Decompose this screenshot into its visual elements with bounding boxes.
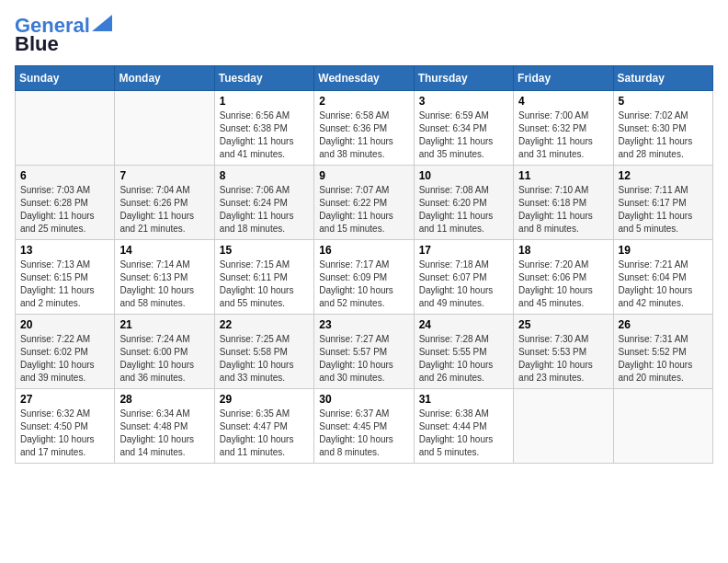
calendar-cell: 20Sunrise: 7:22 AM Sunset: 6:02 PM Dayli… xyxy=(16,315,115,389)
day-number: 15 xyxy=(220,244,309,257)
calendar-cell xyxy=(514,389,613,464)
calendar-week-row: 27Sunrise: 6:32 AM Sunset: 4:50 PM Dayli… xyxy=(16,389,713,464)
day-number: 12 xyxy=(619,169,708,182)
day-number: 25 xyxy=(518,318,608,331)
day-info: Sunrise: 6:32 AM Sunset: 4:50 PM Dayligh… xyxy=(20,408,109,459)
day-info: Sunrise: 6:56 AM Sunset: 6:38 PM Dayligh… xyxy=(220,109,309,161)
day-info: Sunrise: 7:02 AM Sunset: 6:30 PM Dayligh… xyxy=(619,109,708,161)
calendar-cell xyxy=(115,91,214,166)
day-info: Sunrise: 7:22 AM Sunset: 6:02 PM Dayligh… xyxy=(20,333,109,385)
calendar-cell xyxy=(613,389,712,464)
day-info: Sunrise: 7:10 AM Sunset: 6:18 PM Dayligh… xyxy=(518,184,608,236)
day-info: Sunrise: 7:15 AM Sunset: 6:11 PM Dayligh… xyxy=(220,259,309,310)
day-number: 13 xyxy=(20,244,109,257)
day-number: 20 xyxy=(20,318,109,331)
calendar-cell: 5Sunrise: 7:02 AM Sunset: 6:30 PM Daylig… xyxy=(613,91,712,166)
day-info: Sunrise: 7:07 AM Sunset: 6:22 PM Dayligh… xyxy=(319,184,408,236)
day-info: Sunrise: 7:18 AM Sunset: 6:07 PM Dayligh… xyxy=(419,259,508,310)
calendar-header-row: SundayMondayTuesdayWednesdayThursdayFrid… xyxy=(16,66,713,91)
calendar-cell: 9Sunrise: 7:07 AM Sunset: 6:22 PM Daylig… xyxy=(314,166,414,240)
day-info: Sunrise: 6:34 AM Sunset: 4:48 PM Dayligh… xyxy=(119,408,209,459)
calendar-week-row: 1Sunrise: 6:56 AM Sunset: 6:38 PM Daylig… xyxy=(16,91,713,166)
day-info: Sunrise: 7:04 AM Sunset: 6:26 PM Dayligh… xyxy=(119,184,209,236)
calendar-cell: 31Sunrise: 6:38 AM Sunset: 4:44 PM Dayli… xyxy=(414,389,513,464)
calendar-cell: 15Sunrise: 7:15 AM Sunset: 6:11 PM Dayli… xyxy=(214,240,313,315)
day-number: 27 xyxy=(20,393,109,406)
calendar-cell: 25Sunrise: 7:30 AM Sunset: 5:53 PM Dayli… xyxy=(514,315,613,389)
calendar-cell: 27Sunrise: 6:32 AM Sunset: 4:50 PM Dayli… xyxy=(16,389,115,464)
day-info: Sunrise: 7:27 AM Sunset: 5:57 PM Dayligh… xyxy=(319,333,408,385)
day-number: 6 xyxy=(20,169,109,182)
calendar-cell: 3Sunrise: 6:59 AM Sunset: 6:34 PM Daylig… xyxy=(414,91,513,166)
calendar-table: SundayMondayTuesdayWednesdayThursdayFrid… xyxy=(15,65,713,464)
calendar-cell: 11Sunrise: 7:10 AM Sunset: 6:18 PM Dayli… xyxy=(514,166,613,240)
weekday-header: Monday xyxy=(115,66,214,91)
day-number: 21 xyxy=(119,318,209,331)
day-info: Sunrise: 6:59 AM Sunset: 6:34 PM Dayligh… xyxy=(419,109,508,161)
day-info: Sunrise: 6:58 AM Sunset: 6:36 PM Dayligh… xyxy=(319,109,408,161)
calendar-cell: 7Sunrise: 7:04 AM Sunset: 6:26 PM Daylig… xyxy=(115,166,214,240)
day-info: Sunrise: 6:35 AM Sunset: 4:47 PM Dayligh… xyxy=(220,408,309,459)
day-number: 24 xyxy=(419,318,508,331)
day-number: 22 xyxy=(220,318,309,331)
calendar-cell: 23Sunrise: 7:27 AM Sunset: 5:57 PM Dayli… xyxy=(314,315,414,389)
calendar-cell: 18Sunrise: 7:20 AM Sunset: 6:06 PM Dayli… xyxy=(514,240,613,315)
day-number: 2 xyxy=(319,95,408,108)
calendar-week-row: 20Sunrise: 7:22 AM Sunset: 6:02 PM Dayli… xyxy=(16,315,713,389)
page-header: General Blue xyxy=(15,15,713,54)
day-info: Sunrise: 7:13 AM Sunset: 6:15 PM Dayligh… xyxy=(20,259,109,310)
day-number: 31 xyxy=(419,393,508,406)
calendar-cell: 26Sunrise: 7:31 AM Sunset: 5:52 PM Dayli… xyxy=(613,315,712,389)
calendar-cell: 17Sunrise: 7:18 AM Sunset: 6:07 PM Dayli… xyxy=(414,240,513,315)
day-number: 3 xyxy=(419,95,508,108)
calendar-cell: 13Sunrise: 7:13 AM Sunset: 6:15 PM Dayli… xyxy=(16,240,115,315)
calendar-cell: 22Sunrise: 7:25 AM Sunset: 5:58 PM Dayli… xyxy=(214,315,313,389)
day-info: Sunrise: 7:31 AM Sunset: 5:52 PM Dayligh… xyxy=(619,333,708,385)
day-number: 8 xyxy=(220,169,309,182)
calendar-cell: 24Sunrise: 7:28 AM Sunset: 5:55 PM Dayli… xyxy=(414,315,513,389)
weekday-header: Sunday xyxy=(16,66,115,91)
day-info: Sunrise: 7:24 AM Sunset: 6:00 PM Dayligh… xyxy=(119,333,209,385)
day-info: Sunrise: 6:37 AM Sunset: 4:45 PM Dayligh… xyxy=(319,408,408,459)
calendar-cell: 21Sunrise: 7:24 AM Sunset: 6:00 PM Dayli… xyxy=(115,315,214,389)
day-info: Sunrise: 7:25 AM Sunset: 5:58 PM Dayligh… xyxy=(220,333,309,385)
day-number: 11 xyxy=(518,169,608,182)
weekday-header: Saturday xyxy=(613,66,712,91)
day-info: Sunrise: 7:03 AM Sunset: 6:28 PM Dayligh… xyxy=(20,184,109,236)
day-number: 18 xyxy=(518,244,608,257)
day-info: Sunrise: 7:30 AM Sunset: 5:53 PM Dayligh… xyxy=(518,333,608,385)
logo-arrow-icon xyxy=(92,15,112,31)
weekday-header: Wednesday xyxy=(314,66,414,91)
calendar-cell: 6Sunrise: 7:03 AM Sunset: 6:28 PM Daylig… xyxy=(16,166,115,240)
day-info: Sunrise: 7:21 AM Sunset: 6:04 PM Dayligh… xyxy=(619,259,708,310)
calendar-cell: 28Sunrise: 6:34 AM Sunset: 4:48 PM Dayli… xyxy=(115,389,214,464)
calendar-cell: 30Sunrise: 6:37 AM Sunset: 4:45 PM Dayli… xyxy=(314,389,414,464)
day-number: 4 xyxy=(518,95,608,108)
day-number: 26 xyxy=(619,318,708,331)
calendar-cell: 16Sunrise: 7:17 AM Sunset: 6:09 PM Dayli… xyxy=(314,240,414,315)
logo-blue: Blue xyxy=(15,34,59,54)
svg-marker-0 xyxy=(92,15,112,31)
calendar-cell: 14Sunrise: 7:14 AM Sunset: 6:13 PM Dayli… xyxy=(115,240,214,315)
day-info: Sunrise: 7:06 AM Sunset: 6:24 PM Dayligh… xyxy=(220,184,309,236)
calendar-cell xyxy=(16,91,115,166)
day-info: Sunrise: 6:38 AM Sunset: 4:44 PM Dayligh… xyxy=(419,408,508,459)
day-number: 14 xyxy=(119,244,209,257)
day-number: 9 xyxy=(319,169,408,182)
weekday-header: Friday xyxy=(514,66,613,91)
calendar-week-row: 6Sunrise: 7:03 AM Sunset: 6:28 PM Daylig… xyxy=(16,166,713,240)
day-number: 10 xyxy=(419,169,508,182)
day-number: 28 xyxy=(119,393,209,406)
day-info: Sunrise: 7:11 AM Sunset: 6:17 PM Dayligh… xyxy=(619,184,708,236)
day-number: 17 xyxy=(419,244,508,257)
calendar-cell: 2Sunrise: 6:58 AM Sunset: 6:36 PM Daylig… xyxy=(314,91,414,166)
day-number: 7 xyxy=(119,169,209,182)
day-number: 30 xyxy=(319,393,408,406)
day-info: Sunrise: 7:08 AM Sunset: 6:20 PM Dayligh… xyxy=(419,184,508,236)
calendar-cell: 29Sunrise: 6:35 AM Sunset: 4:47 PM Dayli… xyxy=(214,389,313,464)
day-number: 23 xyxy=(319,318,408,331)
calendar-cell: 8Sunrise: 7:06 AM Sunset: 6:24 PM Daylig… xyxy=(214,166,313,240)
calendar-cell: 12Sunrise: 7:11 AM Sunset: 6:17 PM Dayli… xyxy=(613,166,712,240)
day-number: 1 xyxy=(220,95,309,108)
day-number: 29 xyxy=(220,393,309,406)
